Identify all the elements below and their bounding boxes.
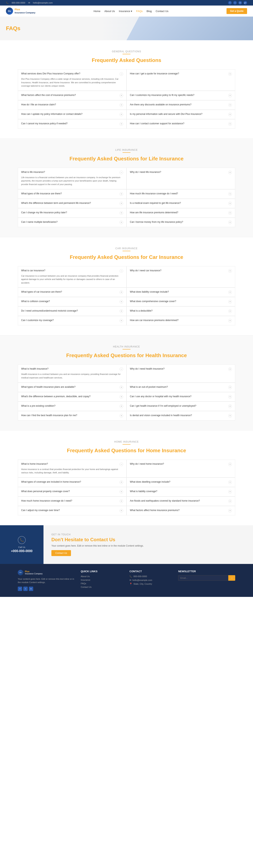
nav-insurance[interactable]: Insurance ▾: [119, 10, 132, 12]
faq-item[interactable]: What is car insurance? − Car insurance i…: [18, 266, 126, 288]
faq-toggle-icon[interactable]: +: [119, 499, 123, 503]
faq-item[interactable]: Can I customize my insurance policy to f…: [126, 91, 235, 100]
faq-item[interactable]: How are car insurance premiums determine…: [126, 316, 235, 326]
faq-item[interactable]: What is an out-of-pocket maximum? +: [126, 382, 235, 392]
faq-item[interactable]: Are floods and earthquakes covered by st…: [126, 496, 235, 506]
faq-toggle-icon[interactable]: +: [119, 300, 123, 304]
footer-link-item[interactable]: Contact Us: [81, 586, 123, 588]
faq-item[interactable]: How much life insurance coverage do I ne…: [126, 189, 235, 199]
footer-link-item[interactable]: Insurance: [81, 579, 123, 581]
faq-item[interactable]: What is health insurance? − Health insur…: [18, 365, 126, 382]
faq-item[interactable]: How can I get a quote for insurance cove…: [126, 69, 235, 91]
faq-item[interactable]: How can I find the best health insurance…: [18, 411, 126, 421]
contact-us-button[interactable]: Contact Us: [51, 550, 71, 556]
faq-toggle-icon[interactable]: +: [119, 202, 123, 205]
faq-toggle-icon[interactable]: +: [119, 94, 123, 97]
faq-item[interactable]: What is collision coverage? +: [18, 297, 126, 306]
newsletter-input[interactable]: [178, 575, 228, 581]
nav-about[interactable]: About Us: [104, 10, 115, 12]
faq-item[interactable]: What factors affect the cost of insuranc…: [18, 91, 126, 100]
faq-toggle-icon[interactable]: +: [228, 319, 232, 322]
faq-toggle-icon[interactable]: +: [228, 192, 232, 196]
facebook-icon[interactable]: f: [228, 1, 232, 4]
faq-toggle-icon[interactable]: +: [228, 509, 232, 513]
faq-toggle-icon[interactable]: +: [228, 290, 232, 294]
nav-blog[interactable]: Blog: [147, 10, 152, 12]
faq-item[interactable]: Why do I need health insurance? +: [126, 365, 235, 382]
faq-item[interactable]: What does comprehensive coverage cover? …: [126, 297, 235, 306]
faq-toggle-icon[interactable]: +: [119, 385, 123, 389]
faq-item[interactable]: How can I contact customer support for a…: [126, 119, 235, 129]
faq-toggle-icon[interactable]: +: [119, 309, 123, 313]
faq-item[interactable]: Why do I need car insurance? +: [126, 266, 235, 288]
faq-toggle-icon[interactable]: −: [119, 72, 123, 76]
faq-toggle-icon[interactable]: +: [228, 490, 232, 494]
faq-toggle-icon[interactable]: +: [119, 103, 123, 107]
faq-item[interactable]: Can I get health insurance if I'm self-e…: [126, 402, 235, 411]
faq-toggle-icon[interactable]: +: [228, 404, 232, 408]
faq-toggle-icon[interactable]: +: [228, 122, 232, 126]
faq-toggle-icon[interactable]: +: [119, 221, 123, 224]
faq-toggle-icon[interactable]: +: [228, 367, 232, 371]
faq-item[interactable]: What's the difference between a premium,…: [18, 392, 126, 402]
faq-toggle-icon[interactable]: +: [119, 122, 123, 126]
faq-item[interactable]: Can I borrow money from my life insuranc…: [126, 218, 235, 227]
faq-item[interactable]: Can I change my life insurance policy la…: [18, 208, 126, 218]
faq-item[interactable]: Is dental and vision coverage included i…: [126, 411, 235, 421]
faq-item[interactable]: Can I use any doctor or hospital with my…: [126, 392, 235, 402]
faq-item[interactable]: What types of coverage are included in h…: [18, 477, 126, 487]
instagram-icon[interactable]: in: [238, 1, 242, 4]
faq-item[interactable]: How are life insurance premiums determin…: [126, 208, 235, 218]
nav-faqs[interactable]: FAQs: [136, 10, 143, 12]
faq-item[interactable]: What is a deductible? +: [126, 306, 235, 316]
faq-toggle-icon[interactable]: +: [119, 113, 123, 116]
faq-toggle-icon[interactable]: +: [228, 211, 232, 215]
faq-item[interactable]: What's the difference between term and p…: [18, 199, 126, 208]
faq-toggle-icon[interactable]: +: [228, 414, 232, 417]
faq-item[interactable]: What is home insurance? − Home insurance…: [18, 460, 126, 477]
faq-item[interactable]: Can I adjust my coverage over time? +: [18, 506, 126, 516]
faq-toggle-icon[interactable]: +: [228, 171, 232, 174]
faq-item[interactable]: Can I cancel my insurance policy if need…: [18, 119, 126, 129]
faq-item[interactable]: Are there any discounts available on ins…: [126, 100, 235, 110]
faq-toggle-icon[interactable]: +: [119, 395, 123, 399]
faq-item[interactable]: What does liability coverage include? +: [126, 287, 235, 297]
faq-toggle-icon[interactable]: +: [228, 72, 232, 76]
faq-toggle-icon[interactable]: +: [119, 211, 123, 215]
faq-toggle-icon[interactable]: +: [228, 221, 232, 224]
faq-item[interactable]: What factors affect home insurance premi…: [126, 506, 235, 516]
nav-home[interactable]: Home: [93, 10, 101, 12]
faq-item[interactable]: What does personal property coverage cov…: [18, 487, 126, 496]
faq-toggle-icon[interactable]: +: [228, 103, 232, 107]
faq-item[interactable]: How do I file an insurance claim? +: [18, 100, 126, 110]
faq-item[interactable]: Why do I need home insurance? +: [126, 460, 235, 477]
faq-item[interactable]: Is a medical exam required to get life i…: [126, 199, 235, 208]
footer-twitter-icon[interactable]: t: [23, 587, 28, 591]
faq-toggle-icon[interactable]: +: [228, 480, 232, 484]
nav-contact[interactable]: Contact Us: [156, 10, 168, 12]
footer-facebook-icon[interactable]: f: [18, 587, 22, 591]
faq-item[interactable]: Is my personal information safe and secu…: [126, 110, 235, 119]
get-quote-button[interactable]: Get a Quote: [226, 8, 247, 14]
faq-toggle-icon[interactable]: −: [119, 269, 123, 273]
faq-toggle-icon[interactable]: −: [119, 367, 123, 371]
newsletter-submit-button[interactable]: →: [228, 575, 235, 581]
faq-item[interactable]: Why do I need life insurance? +: [126, 168, 235, 189]
faq-toggle-icon[interactable]: −: [119, 171, 123, 174]
googleplus-icon[interactable]: g+: [244, 1, 247, 4]
faq-item[interactable]: Can I name multiple beneficiaries? +: [18, 218, 126, 227]
faq-item[interactable]: What types of health insurance plans are…: [18, 382, 126, 392]
faq-toggle-icon[interactable]: +: [119, 490, 123, 494]
faq-toggle-icon[interactable]: +: [119, 192, 123, 196]
faq-toggle-icon[interactable]: +: [228, 113, 232, 116]
faq-item[interactable]: What is a pre-existing condition? +: [18, 402, 126, 411]
twitter-icon[interactable]: t: [233, 1, 237, 4]
faq-toggle-icon[interactable]: +: [119, 319, 123, 322]
faq-toggle-icon[interactable]: +: [228, 269, 232, 273]
faq-toggle-icon[interactable]: +: [228, 385, 232, 389]
footer-link-item[interactable]: About Us: [81, 575, 123, 578]
faq-item[interactable]: What services does Divi Plus Insurance C…: [18, 69, 126, 91]
faq-toggle-icon[interactable]: +: [228, 499, 232, 503]
faq-toggle-icon[interactable]: +: [228, 395, 232, 399]
faq-toggle-icon[interactable]: +: [119, 480, 123, 484]
